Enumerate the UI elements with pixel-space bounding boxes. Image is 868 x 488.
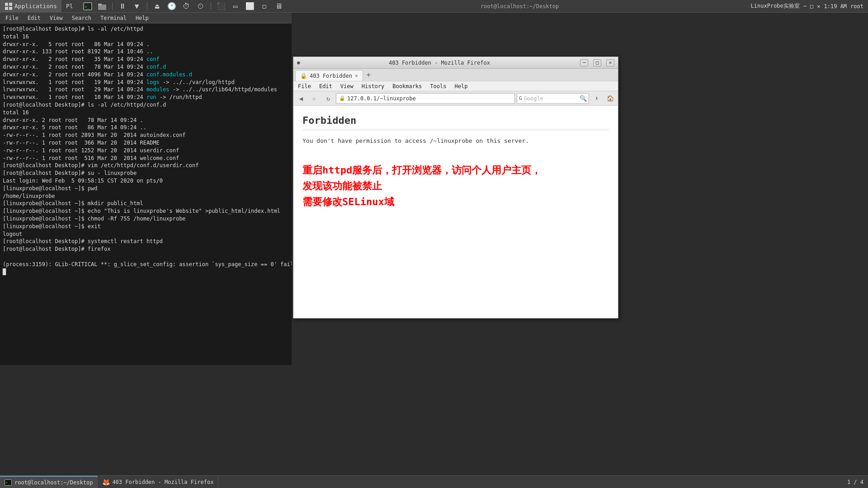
terminal-menu-view[interactable]: View: [48, 14, 65, 22]
tab-label: 403 Forbidden: [310, 73, 352, 79]
firefox-titlebar: ● 403 Forbidden - Mozilla Firefox ─ □ ✕: [293, 57, 618, 69]
clock3-icon[interactable]: ⏲: [194, 1, 207, 12]
tab-favicon: 🔒: [300, 73, 307, 79]
display5-icon[interactable]: 🖥: [273, 1, 285, 12]
eject-icon[interactable]: ⏏: [151, 1, 164, 12]
ff-menu-help[interactable]: Help: [453, 82, 469, 90]
taskbar-terminal-label: root@localhost:~/Desktop: [14, 479, 93, 486]
taskbar-right-info: 1 / 4: [847, 479, 868, 485]
search-engine-icon: G: [519, 95, 522, 101]
firefox-menubar: File Edit View History Bookmarks Tools H…: [293, 81, 618, 91]
taskbar-right: LinuxProbe实验室 ─ □ ✕ 1:19 AM root: [751, 2, 868, 10]
search-submit-icon[interactable]: 🔍: [580, 95, 587, 102]
taskbar-bottom: >_ root@localhost:~/Desktop 🦊 403 Forbid…: [0, 475, 868, 488]
places-menu[interactable]: Pl: [61, 0, 78, 12]
search-placeholder: Google: [524, 95, 543, 102]
firefox-window-controls: ─ □ ✕: [579, 59, 614, 66]
lab-name: LinuxProbe实验室: [751, 2, 800, 10]
ff-menu-bookmarks[interactable]: Bookmarks: [391, 82, 424, 90]
ff-home-icon[interactable]: 🏠: [604, 93, 616, 104]
places-label: Pl: [66, 3, 73, 9]
ff-menu-edit[interactable]: Edit: [317, 82, 334, 90]
ff-menu-history[interactable]: History: [360, 82, 387, 90]
taskbar-item-terminal[interactable]: >_ root@localhost:~/Desktop: [0, 476, 98, 488]
ff-reload-btn[interactable]: ↻: [322, 93, 334, 104]
taskbar-center: root@localhost:~/Desktop: [289, 3, 751, 9]
forbidden-heading: Forbidden: [302, 115, 609, 130]
svg-rect-7: [98, 4, 102, 5]
close-icon[interactable]: ✕: [817, 3, 820, 9]
applications-label: Applications: [14, 3, 57, 9]
taskbar-firefox-label: 403 Forbidden - Mozilla Firefox: [112, 479, 213, 485]
terminal-menu-help[interactable]: Help: [134, 14, 151, 22]
display4-icon[interactable]: ◻: [258, 1, 271, 12]
page-indicator: 1 / 4: [847, 479, 863, 485]
ff-back-btn[interactable]: ◀: [295, 93, 307, 104]
svg-rect-2: [5, 7, 8, 10]
ff-menu-tools[interactable]: Tools: [428, 82, 448, 90]
new-tab-btn[interactable]: +: [363, 69, 375, 81]
line1: [root@localhost Desktop]# ls -al /etc/ht…: [3, 26, 292, 275]
terminal-menu-terminal[interactable]: Terminal: [99, 14, 128, 22]
toolbar-sep2: [147, 2, 147, 10]
display1-icon[interactable]: ⬛: [215, 1, 227, 12]
terminal-icon[interactable]: >_: [81, 1, 94, 12]
ff-forward-btn[interactable]: ▶: [309, 93, 321, 104]
ff-search-bar[interactable]: G Google 🔍: [517, 93, 589, 104]
svg-text:>_: >_: [85, 5, 90, 9]
terminal-window: File Edit View Search Terminal Help [roo…: [0, 13, 292, 365]
taskbar-top: Applications Pl >_ ⏸ ▼ ⏏ 🕐 ⏱ ⏲ ⬛ ▭ ⬜ ◻: [0, 0, 868, 13]
taskbar-terminal-icon: >_: [5, 479, 12, 486]
terminal-menubar: File Edit View Search Terminal Help: [0, 13, 292, 23]
terminal-menu-search[interactable]: Search: [70, 14, 93, 22]
ff-download-icon[interactable]: ⬇: [591, 93, 603, 104]
firefox-window: ● 403 Forbidden - Mozilla Firefox ─ □ ✕ …: [293, 56, 618, 319]
firefox-content: Forbidden You don't have permission to a…: [293, 106, 618, 318]
user-display: root: [850, 3, 863, 9]
toolbar-sep1: [112, 2, 113, 10]
minimize-icon[interactable]: ─: [803, 3, 807, 9]
terminal-menu-file[interactable]: File: [4, 14, 20, 22]
display2-icon[interactable]: ▭: [229, 1, 242, 12]
window-title: root@localhost:~/Desktop: [481, 3, 559, 9]
dropdown-icon[interactable]: ▼: [131, 1, 143, 12]
taskbar-firefox-icon: 🦊: [102, 479, 109, 486]
terminal-menu-edit[interactable]: Edit: [26, 14, 42, 22]
clock1-icon[interactable]: 🕐: [165, 1, 178, 12]
toolbar-sep3: [211, 2, 211, 10]
address-text: 127.0.0.1/~linuxprobe: [347, 95, 416, 102]
svg-rect-3: [9, 7, 12, 10]
firefox-tabbar: 🔒 403 Forbidden ✕ +: [293, 69, 618, 81]
ff-menu-file[interactable]: File: [296, 82, 313, 90]
applications-menu[interactable]: Applications: [0, 0, 61, 12]
terminal-content[interactable]: [root@localhost Desktop]# ls -al /etc/ht…: [0, 23, 292, 285]
clock2-icon[interactable]: ⏱: [180, 1, 193, 12]
firefox-toolbar: ◀ ▶ ↻ 🔒 127.0.0.1/~linuxprobe G Google 🔍…: [293, 91, 618, 106]
svg-text:>_: >_: [5, 481, 10, 485]
ff-restore-btn[interactable]: □: [593, 59, 601, 66]
time-display: 1:19 AM: [824, 3, 847, 9]
apps-icon: [5, 2, 13, 10]
firefox-window-title: 403 Forbidden - Mozilla Firefox: [300, 60, 579, 66]
restore-icon[interactable]: □: [810, 3, 813, 9]
ff-close-btn[interactable]: ✕: [606, 59, 614, 66]
forbidden-text: You don't have permission to access /~li…: [302, 137, 609, 144]
ff-address-bar[interactable]: 🔒 127.0.0.1/~linuxprobe: [336, 93, 515, 104]
display3-icon[interactable]: ⬜: [244, 1, 256, 12]
taskbar-item-firefox[interactable]: 🦊 403 Forbidden - Mozilla Firefox: [98, 476, 218, 488]
tab-close-icon[interactable]: ✕: [355, 73, 358, 79]
lock-icon: 🔒: [339, 95, 345, 101]
toolbar-icons: >_ ⏸ ▼ ⏏ 🕐 ⏱ ⏲ ⬛ ▭ ⬜ ◻ 🖥: [78, 1, 289, 12]
firefox-tab-active[interactable]: 🔒 403 Forbidden ✕: [295, 70, 363, 81]
ff-menu-view[interactable]: View: [339, 82, 355, 90]
svg-rect-1: [9, 3, 12, 6]
annotation-text: 重启httpd服务后，打开浏览器，访问个人用户主页，发现该功能被禁止需要修改SE…: [302, 162, 609, 210]
ff-minimize-btn[interactable]: ─: [580, 59, 588, 66]
svg-rect-0: [5, 3, 8, 6]
files-icon[interactable]: [96, 1, 108, 12]
pause-icon[interactable]: ⏸: [116, 1, 129, 12]
